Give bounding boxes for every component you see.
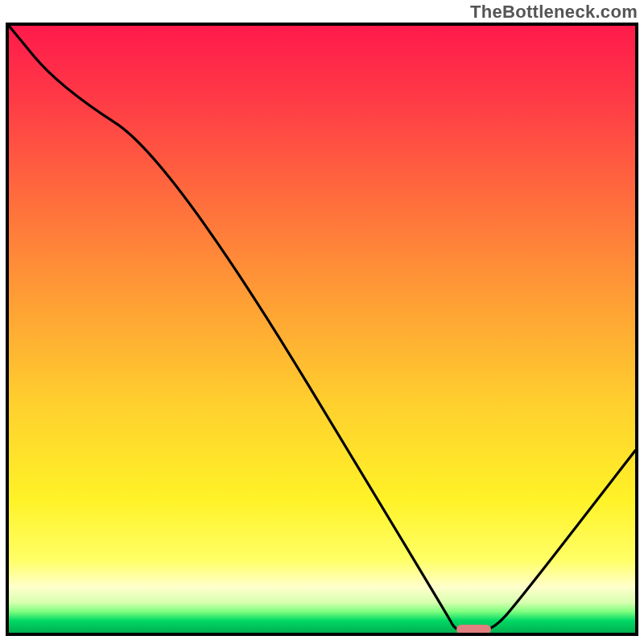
watermark-text: TheBottleneck.com	[470, 2, 638, 23]
chart-stage: TheBottleneck.com	[0, 0, 644, 644]
min-marker	[456, 625, 491, 634]
plot-frame	[6, 23, 638, 636]
curve-path	[9, 26, 635, 633]
bottleneck-curve	[9, 26, 635, 633]
